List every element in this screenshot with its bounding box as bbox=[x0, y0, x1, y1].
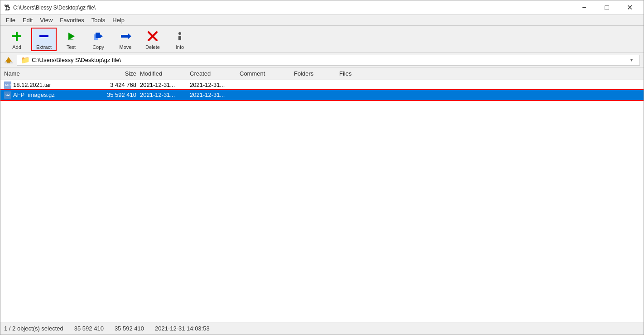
col-header-name[interactable]: Name bbox=[2, 70, 84, 77]
file-area: Name Size Modified Created Comment Folde… bbox=[0, 67, 644, 322]
svg-rect-13 bbox=[178, 36, 181, 40]
extract-button[interactable]: Extract bbox=[31, 28, 57, 51]
delete-button[interactable]: Delete bbox=[140, 28, 165, 51]
menu-file[interactable]: File bbox=[2, 16, 19, 24]
address-bar: 📁 C:\Users\Blessy S\Desktop\gz file\ ▾ bbox=[0, 53, 644, 67]
title-text: C:\Users\Blessy S\Desktop\gz file\ bbox=[13, 5, 96, 11]
file-name-cell: TAR 18.12.2021.tar bbox=[2, 81, 84, 89]
copy-label: Copy bbox=[92, 44, 104, 50]
svg-rect-1 bbox=[12, 35, 21, 37]
maximize-button[interactable]: □ bbox=[596, 0, 617, 15]
tar-file-icon: TAR bbox=[4, 81, 11, 89]
col-header-comment[interactable]: Comment bbox=[238, 70, 292, 77]
col-header-folders[interactable]: Folders bbox=[292, 70, 337, 77]
col-header-size[interactable]: Size bbox=[84, 70, 138, 77]
address-input[interactable]: 📁 C:\Users\Blessy S\Desktop\gz file\ ▾ bbox=[17, 55, 640, 66]
svg-rect-2 bbox=[39, 35, 48, 37]
delete-icon bbox=[145, 29, 160, 43]
status-bar: 1 / 2 object(s) selected 35 592 410 35 5… bbox=[0, 322, 644, 335]
menu-view[interactable]: View bbox=[36, 16, 56, 24]
col-header-files[interactable]: Files bbox=[337, 70, 374, 77]
svg-point-12 bbox=[178, 32, 181, 35]
status-datetime: 2021-12-31 14:03:53 bbox=[155, 325, 210, 332]
toolbar: Add Extract Test Copy bbox=[0, 26, 644, 53]
svg-marker-9 bbox=[128, 34, 131, 39]
close-button[interactable]: ✕ bbox=[619, 0, 640, 15]
status-size1: 35 592 410 bbox=[74, 325, 104, 332]
move-label: Move bbox=[120, 44, 132, 50]
address-dropdown-button[interactable]: ▾ bbox=[627, 57, 636, 62]
move-button[interactable]: Move bbox=[113, 28, 138, 51]
file-size-cell: 3 424 768 bbox=[84, 81, 138, 88]
table-row[interactable]: TAR 18.12.2021.tar 3 424 768 2021-12-31.… bbox=[0, 80, 644, 90]
file-created-cell: 2021-12-31... bbox=[188, 81, 238, 88]
menu-help[interactable]: Help bbox=[109, 16, 128, 24]
title-bar-controls: − □ ✕ bbox=[574, 0, 640, 15]
file-name-cell: GZ AFP_images.gz bbox=[2, 91, 84, 99]
file-size-cell: 35 592 410 bbox=[84, 91, 138, 98]
svg-marker-7 bbox=[100, 34, 103, 38]
menu-bar: File Edit View Favorites Tools Help bbox=[0, 15, 644, 26]
info-label: Info bbox=[176, 44, 184, 50]
test-button[interactable]: Test bbox=[58, 28, 84, 51]
file-name: 18.12.2021.tar bbox=[13, 81, 51, 88]
extract-label: Extract bbox=[36, 44, 52, 50]
add-button[interactable]: Add bbox=[4, 28, 29, 51]
svg-rect-16 bbox=[5, 62, 13, 63]
delete-label: Delete bbox=[145, 44, 160, 50]
gz-icon-img: GZ bbox=[4, 91, 11, 99]
file-modified-cell: 2021-12-31... bbox=[138, 91, 188, 98]
add-label: Add bbox=[12, 44, 21, 50]
menu-tools[interactable]: Tools bbox=[88, 16, 109, 24]
menu-favorites[interactable]: Favorites bbox=[56, 16, 87, 24]
status-selection: 1 / 2 object(s) selected bbox=[4, 325, 63, 332]
status-size2: 35 592 410 bbox=[115, 325, 144, 332]
copy-button[interactable]: Copy bbox=[86, 28, 111, 51]
tar-icon-img: TAR bbox=[4, 81, 11, 89]
col-header-created[interactable]: Created bbox=[188, 70, 238, 77]
svg-rect-6 bbox=[96, 33, 100, 38]
title-bar: 🗜 C:\Users\Blessy S\Desktop\gz file\ − □… bbox=[0, 0, 644, 15]
svg-rect-8 bbox=[121, 35, 128, 38]
info-icon bbox=[173, 29, 187, 43]
table-row[interactable]: GZ AFP_images.gz 35 592 410 2021-12-31..… bbox=[0, 90, 644, 100]
title-bar-left: 🗜 C:\Users\Blessy S\Desktop\gz file\ bbox=[4, 4, 96, 11]
add-icon bbox=[10, 29, 24, 43]
column-headers: Name Size Modified Created Comment Folde… bbox=[0, 67, 644, 80]
address-path: C:\Users\Blessy S\Desktop\gz file\ bbox=[32, 57, 627, 63]
gz-file-icon: GZ bbox=[4, 91, 11, 99]
info-button[interactable]: Info bbox=[167, 28, 192, 51]
app-icon: 🗜 bbox=[4, 4, 10, 11]
svg-marker-14 bbox=[5, 57, 12, 62]
test-icon bbox=[64, 29, 78, 43]
address-folder-icon: 📁 bbox=[21, 56, 30, 64]
col-header-modified[interactable]: Modified bbox=[138, 70, 188, 77]
file-created-cell: 2021-12-31... bbox=[188, 91, 238, 98]
navigate-up-button[interactable] bbox=[4, 56, 13, 65]
file-name: AFP_images.gz bbox=[13, 91, 55, 98]
copy-icon bbox=[91, 29, 106, 43]
menu-edit[interactable]: Edit bbox=[19, 16, 36, 24]
move-icon bbox=[118, 29, 133, 43]
file-modified-cell: 2021-12-31... bbox=[138, 81, 188, 88]
extract-icon bbox=[37, 29, 51, 43]
test-label: Test bbox=[67, 44, 76, 50]
minimize-button[interactable]: − bbox=[574, 0, 595, 15]
